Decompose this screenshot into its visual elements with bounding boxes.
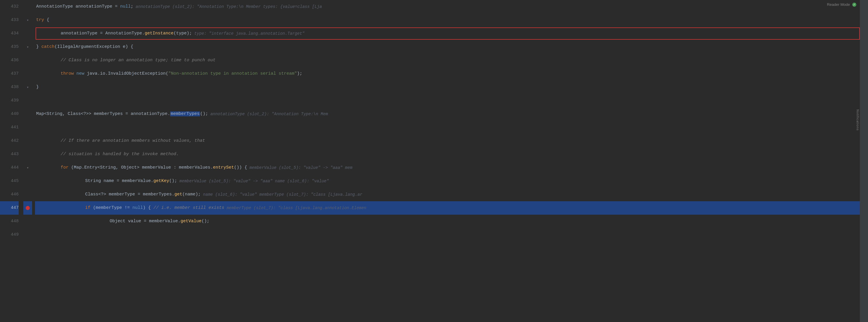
code-tokens: } catch(IllegalArgumentException e) { [36, 40, 133, 54]
line-number: 433 [0, 13, 19, 27]
gutter-item [23, 134, 32, 148]
gutter-item: ▾ [23, 40, 32, 54]
code-line: } catch(IllegalArgumentException e) { [35, 40, 860, 54]
code-line: } [35, 80, 860, 94]
gutter-item [23, 148, 32, 161]
code-line: // situation is handled by the invoke me… [35, 148, 860, 161]
line-number: 444 [0, 161, 19, 174]
line-number: 437 [0, 67, 19, 80]
line-number: 446 [0, 188, 19, 201]
code-line: Class<?> memberType = memberTypes.get(na… [35, 188, 860, 201]
gutter-item [23, 94, 32, 107]
code-tokens: String name = memberValue.getKey(); [85, 174, 177, 188]
gutter-item [23, 27, 32, 40]
line-number: 440 [0, 107, 19, 121]
gutter-item: ▾ [23, 161, 32, 174]
code-tokens: for (Map.Entry<String, Object> memberVal… [61, 161, 247, 174]
code-line: for (Map.Entry<String, Object> memberVal… [35, 161, 860, 174]
gutter-item [23, 174, 32, 188]
breakpoint-icon[interactable] [26, 206, 30, 210]
code-line: annotationType = AnnotationType.getInsta… [35, 27, 860, 40]
code-line: if (memberType != null) { // i.e. member… [35, 201, 860, 215]
code-line [35, 228, 860, 242]
code-line [35, 94, 860, 107]
gutter-item [23, 121, 32, 134]
code-tokens: AnnotationType annotationType = null; [36, 0, 133, 13]
inline-hint: annotationType (slot_2): "Annotation Typ… [210, 107, 328, 121]
line-numbers: 4324334344354364374384394404414424434444… [0, 0, 23, 322]
code-tokens: // If there are annotation members witho… [61, 134, 205, 148]
gutter: ▾▾▾▾ [23, 0, 32, 322]
gutter-item [23, 67, 32, 80]
gutter-item [23, 215, 32, 228]
inline-hint: memberValue (slot_5): "value" -> "aaa" n… [179, 174, 329, 188]
gutter-item [23, 188, 32, 201]
line-number: 436 [0, 54, 19, 67]
code-tokens: Class<?> memberType = memberTypes.get(na… [85, 188, 201, 201]
gutter-item [23, 0, 32, 13]
editor-container: Reader Mode ✓ 43243343443543643743843944… [0, 0, 868, 322]
code-line: throw new java.io.InvalidObjectException… [35, 67, 860, 80]
line-number: 442 [0, 134, 19, 148]
inline-hint: type: "interface java.lang.annotation.Ta… [194, 27, 305, 40]
code-line [35, 121, 860, 134]
gutter-item [23, 228, 32, 242]
line-number: 443 [0, 148, 19, 161]
code-tokens: // Class is no longer an annotation type… [61, 54, 216, 67]
code-line: Map<String, Class<?>> memberTypes = anno… [35, 107, 860, 121]
right-sidebar: Notifications [860, 0, 868, 322]
code-tokens: Object value = memberValue.getValue(); [110, 215, 209, 228]
gutter-item [23, 201, 32, 215]
fold-icon[interactable]: ▾ [27, 85, 29, 90]
code-line: Object value = memberValue.getValue(); [35, 215, 860, 228]
line-number: 434 [0, 27, 19, 40]
code-line: String name = memberValue.getKey();membe… [35, 174, 860, 188]
code-area[interactable]: AnnotationType annotationType = null;ann… [32, 0, 860, 322]
gutter-item: ▾ [23, 80, 32, 94]
line-number: 439 [0, 94, 19, 107]
line-number: 432 [0, 0, 19, 13]
notifications-label: Notifications [856, 109, 860, 131]
inline-hint: name (slot_6): "value" memberType (slot_… [203, 188, 362, 201]
line-number: 435 [0, 40, 19, 54]
code-line: try { [35, 13, 860, 27]
line-number: 441 [0, 121, 19, 134]
inline-hint: memberType (slot_7): "class [Ljava.lang.… [227, 201, 366, 215]
code-line: AnnotationType annotationType = null;ann… [35, 0, 860, 13]
fold-icon[interactable]: ▾ [27, 45, 29, 49]
line-number: 448 [0, 215, 19, 228]
fold-icon[interactable]: ▾ [27, 18, 29, 23]
line-number: 449 [0, 228, 19, 242]
code-line: // If there are annotation members witho… [35, 134, 860, 148]
code-line: // Class is no longer an annotation type… [35, 54, 860, 67]
inline-hint: annotationType (slot_2): "Annotation Typ… [135, 0, 322, 13]
code-tokens: Map<String, Class<?>> memberTypes = anno… [36, 107, 208, 121]
selected-token: memberTypes [170, 111, 200, 117]
gutter-item: ▾ [23, 13, 32, 27]
fold-icon[interactable]: ▾ [27, 166, 29, 170]
gutter-item [23, 107, 32, 121]
gutter-item [23, 54, 32, 67]
line-number: 445 [0, 174, 19, 188]
code-tokens: // situation is handled by the invoke me… [61, 148, 179, 161]
code-tokens: try { [36, 13, 49, 27]
inline-hint: memberValue (slot_5): "value" -> "aaa" m… [249, 161, 352, 174]
code-tokens: } [36, 80, 39, 94]
line-number: 438 [0, 80, 19, 94]
line-number: 447 [0, 201, 19, 215]
code-tokens: annotationType = AnnotationType.getInsta… [61, 27, 192, 40]
code-tokens: throw new java.io.InvalidObjectException… [61, 67, 302, 80]
code-tokens: if (memberType != null) { // i.e. member… [85, 201, 224, 215]
